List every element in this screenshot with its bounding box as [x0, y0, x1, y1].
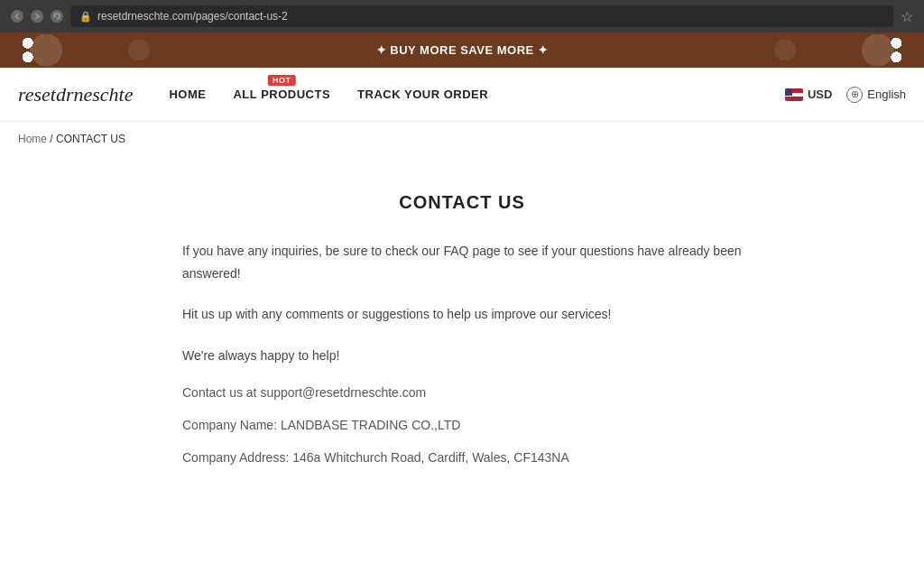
hot-badge: HOT [268, 75, 296, 86]
back-button[interactable] [11, 10, 23, 23]
company-address: Company Address: 146a Whitchurch Road, C… [182, 450, 742, 465]
globe-icon: ⊕ [846, 87, 863, 103]
browser-chrome: 🔒 resetdrneschte.com/pages/contact-us-2 … [0, 0, 924, 32]
nav-right: USD ⊕ English [785, 87, 906, 103]
language-selector[interactable]: ⊕ English [846, 87, 906, 103]
lock-icon: 🔒 [79, 11, 92, 23]
site-logo[interactable]: resetdrneschte [18, 83, 133, 106]
forward-button[interactable] [31, 10, 43, 23]
breadcrumb-separator: / [47, 133, 56, 145]
breadcrumb-current: CONTACT US [56, 133, 125, 145]
url-bar[interactable]: 🔒 resetdrneschte.com/pages/contact-us-2 [70, 5, 893, 27]
language-label: English [867, 88, 906, 101]
breadcrumb-home[interactable]: Home [18, 133, 47, 145]
bookmark-button[interactable]: ☆ [901, 8, 913, 25]
promo-banner: ✦ BUY MORE SAVE MORE ✦ [0, 32, 924, 68]
us-flag-icon [785, 88, 803, 101]
navbar: resetdrneschte HOME HOT ALL PRODUCTS TRA… [0, 68, 924, 122]
contact-paragraph-3: We're always happy to help! [182, 345, 742, 367]
company-name: Company Name: LANDBASE TRADING CO.,LTD [182, 418, 742, 432]
browser-nav-controls[interactable] [11, 10, 63, 23]
nav-all-products[interactable]: HOT ALL PRODUCTS [233, 88, 330, 101]
promo-text: ✦ BUY MORE SAVE MORE ✦ [376, 43, 549, 57]
currency-label: USD [808, 88, 832, 101]
refresh-button[interactable] [51, 10, 63, 23]
nav-home[interactable]: HOME [169, 88, 206, 101]
contact-email-line: Contact us at support@resetdrneschte.com [182, 385, 742, 400]
main-content: CONTACT US If you have any inquiries, be… [146, 174, 778, 501]
nav-track-order[interactable]: TRACK YOUR ORDER [357, 88, 488, 101]
breadcrumb: Home / CONTACT US [0, 122, 924, 156]
contact-paragraph-1: If you have any inquiries, be sure to ch… [182, 240, 742, 285]
contact-paragraph-2: Hit us up with any comments or suggestio… [182, 303, 742, 326]
currency-selector[interactable]: USD [785, 88, 832, 101]
url-text: resetdrneschte.com/pages/contact-us-2 [97, 10, 288, 23]
nav-links: HOME HOT ALL PRODUCTS TRACK YOUR ORDER [169, 88, 784, 101]
page-title: CONTACT US [182, 192, 742, 213]
